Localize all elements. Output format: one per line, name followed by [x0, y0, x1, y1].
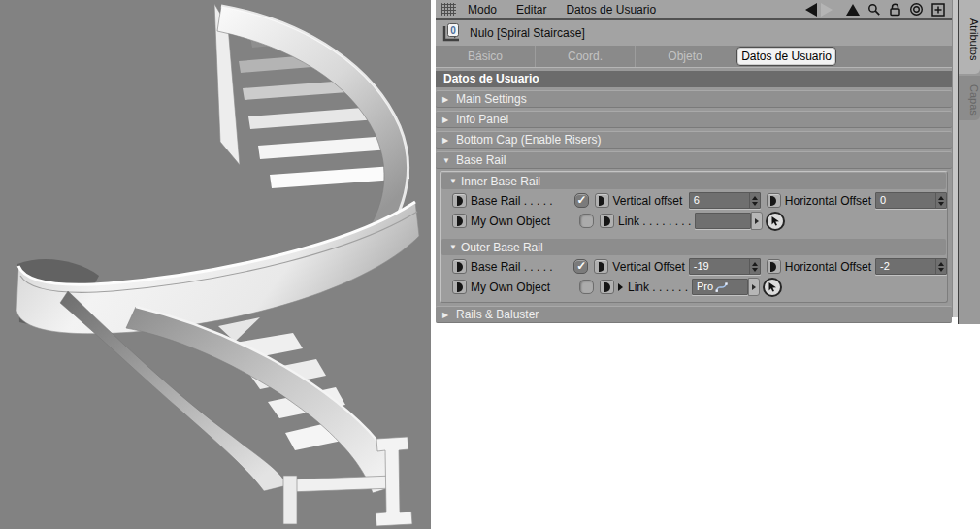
subsection-inner-base-rail[interactable]: ▼ Inner Base Rail [441, 173, 946, 189]
3d-viewport[interactable] [0, 0, 431, 529]
link-field[interactable]: Pro [692, 279, 748, 295]
my-own-object-label: My Own Object [471, 281, 575, 294]
expanded-arrow-icon: ▼ [449, 243, 457, 251]
animatable-parameter-icon[interactable] [594, 259, 608, 274]
link-field[interactable] [695, 213, 751, 229]
tab-datos-de-usuario[interactable]: Datos de Usuario [736, 47, 836, 66]
side-tab-atributos[interactable]: Atributos [959, 0, 980, 74]
vertical-offset-label: Vertical offset [613, 194, 685, 208]
menu-datos-de-usuario[interactable]: Datos de Usuario [566, 3, 656, 17]
spiral-staircase-render [0, 0, 431, 529]
value-stepper[interactable] [935, 193, 946, 208]
link-label: Link . . . . . . [628, 281, 688, 294]
animatable-parameter-icon[interactable] [452, 280, 467, 294]
base-rail-group: ▼ Inner Base Rail Base Rail . . . . . Ve… [440, 171, 948, 303]
collapsed-arrow-icon: ▶ [442, 116, 451, 124]
side-tab-capas[interactable]: Capas [959, 76, 980, 120]
up-arrow-icon[interactable] [846, 4, 860, 16]
section-base-rail[interactable]: ▼ Base Rail [436, 151, 952, 169]
link-collapsed-arrow-icon[interactable] [618, 283, 623, 291]
animatable-parameter-icon[interactable] [452, 193, 467, 208]
subsection-outer-base-rail[interactable]: ▼ Outer Base Rail [441, 239, 946, 255]
horizontal-offset-field[interactable]: 0 [875, 192, 947, 209]
value-stepper[interactable] [749, 259, 760, 274]
my-own-object-checkbox[interactable] [579, 214, 594, 228]
my-own-object-label: My Own Object [471, 215, 575, 228]
menu-modo[interactable]: Modo [468, 3, 497, 17]
search-icon[interactable] [867, 3, 881, 17]
horizontal-offset-label: Horizontal Offset [785, 194, 871, 208]
menu-editar[interactable]: Editar [516, 3, 546, 17]
animatable-parameter-icon[interactable] [452, 214, 467, 228]
my-own-object-checkbox[interactable] [579, 280, 594, 294]
base-rail-label: Base Rail . . . . . [471, 260, 570, 274]
value-stepper[interactable] [749, 193, 760, 208]
section-bottom-cap[interactable]: ▶ Bottom Cap (Enable Risers) [436, 131, 952, 149]
section-rails-and-baluster[interactable]: ▶ Rails & Baluster [436, 306, 952, 323]
link-expand-button[interactable] [748, 278, 760, 296]
animatable-parameter-icon[interactable] [595, 193, 609, 208]
page-title: Datos de Usuario [436, 71, 952, 87]
spline-icon [715, 281, 728, 293]
grip-icon[interactable] [441, 3, 456, 16]
menubar-nav-icons [805, 2, 947, 17]
object-picker-button[interactable] [763, 278, 782, 297]
forward-arrow-icon[interactable] [821, 3, 833, 17]
attributes-panel: Modo Editar Datos de Usuario [436, 0, 952, 317]
collapsed-arrow-icon: ▶ [442, 136, 451, 145]
attribute-tabbar: Básico Coord. Objeto Datos de Usuario [436, 46, 952, 68]
section-info-panel[interactable]: ▶ Info Panel [436, 111, 952, 128]
expanded-arrow-icon: ▼ [442, 156, 451, 165]
tab-objeto[interactable]: Objeto [636, 46, 735, 67]
expanded-arrow-icon: ▼ [449, 177, 457, 185]
vertical-offset-field[interactable]: 6 [689, 192, 761, 209]
cursor-arrow-icon [768, 281, 778, 292]
cursor-arrow-icon [770, 215, 781, 226]
section-main-settings[interactable]: ▶ Main Settings [436, 90, 952, 108]
base-rail-label: Base Rail . . . . . [471, 194, 571, 208]
animatable-parameter-icon[interactable] [767, 193, 781, 208]
lock-icon[interactable] [889, 3, 901, 17]
collapsed-arrow-icon: ▶ [442, 311, 451, 319]
base-rail-checkbox[interactable] [574, 193, 589, 208]
inner-row-1: Base Rail . . . . . Vertical offset 6 Ho… [441, 190, 947, 211]
target-icon[interactable] [909, 2, 924, 17]
animatable-parameter-icon[interactable] [452, 259, 467, 274]
back-arrow-icon[interactable] [805, 3, 817, 17]
animatable-parameter-icon[interactable] [600, 214, 614, 228]
vertical-offset-field[interactable]: -19 [689, 258, 761, 275]
object-row: 0 Nulo [Spiral Staircase] [436, 20, 952, 46]
horizontal-offset-label: Horizontal Offset [785, 260, 871, 274]
outer-row-2: My Own Object Link . . . . . . Pro [441, 277, 947, 297]
manager-tab-column: Atributos Capas [959, 0, 980, 324]
horizontal-offset-field[interactable]: -2 [875, 258, 947, 275]
object-picker-button[interactable] [766, 212, 785, 231]
add-icon[interactable] [931, 3, 945, 17]
application-window: Modo Editar Datos de Usuario [0, 0, 980, 529]
svg-text:0: 0 [450, 25, 456, 36]
vertical-offset-label: Vertical Offset [612, 260, 684, 274]
object-name: Nulo [Spiral Staircase] [470, 26, 585, 40]
tab-basico[interactable]: Básico [436, 46, 536, 67]
inner-row-2: My Own Object Link . . . . . . . . [441, 211, 947, 231]
collapsed-arrow-icon: ▶ [442, 95, 451, 104]
outer-row-1: Base Rail . . . . . Vertical Offset -19 … [441, 256, 947, 277]
tab-coord[interactable]: Coord. [536, 46, 636, 67]
animatable-parameter-icon[interactable] [600, 280, 614, 294]
null-object-icon: 0 [441, 23, 463, 43]
animatable-parameter-icon[interactable] [767, 259, 781, 274]
link-label: Link . . . . . . . . [618, 215, 691, 228]
panel-menubar: Modo Editar Datos de Usuario [436, 0, 952, 20]
base-rail-checkbox[interactable] [573, 259, 588, 274]
value-stepper[interactable] [935, 259, 946, 274]
link-expand-button[interactable] [751, 212, 763, 230]
